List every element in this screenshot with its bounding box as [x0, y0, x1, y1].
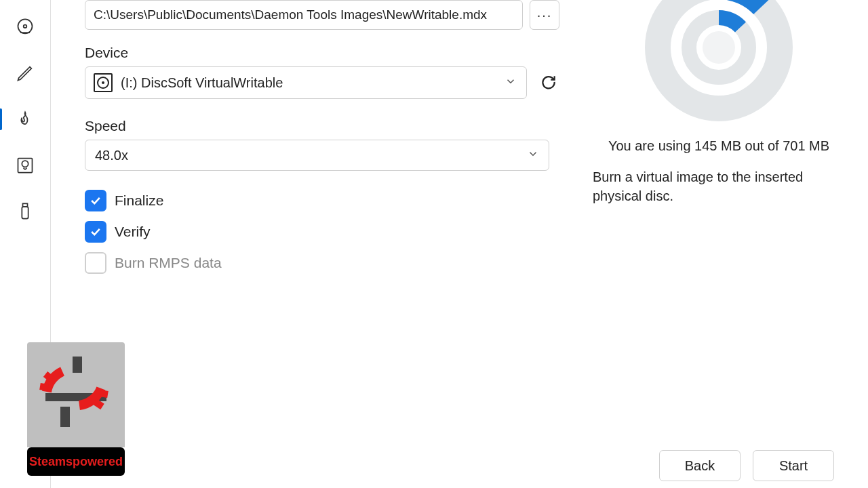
chevron-down-icon [505, 75, 517, 90]
verify-checkbox-row[interactable]: Verify [85, 221, 559, 243]
logo-badge: Steamspowered [27, 342, 125, 476]
rmps-label: Burn RMPS data [115, 255, 222, 271]
speed-label: Speed [85, 118, 559, 134]
main-panel: ... Device (I:) DiscSoft VirtualWritable… [85, 0, 559, 488]
image-path-input[interactable] [85, 0, 523, 30]
rmps-checkbox-row[interactable]: Burn RMPS data [85, 252, 559, 274]
browse-button[interactable]: ... [530, 0, 559, 30]
back-button[interactable]: Back [659, 450, 741, 481]
refresh-button[interactable] [538, 72, 559, 94]
usage-description: Burn a virtual image to the inserted phy… [590, 167, 848, 205]
verify-checkbox[interactable] [85, 221, 106, 243]
footer-buttons: Back Start [659, 450, 834, 481]
sidebar-burn-icon[interactable] [12, 106, 39, 133]
svg-point-8 [703, 31, 735, 64]
sidebar-image-icon[interactable] [12, 152, 39, 179]
svg-rect-5 [23, 203, 28, 207]
svg-rect-9 [73, 357, 82, 373]
speed-select[interactable]: 48.0x [85, 140, 549, 171]
start-button[interactable]: Start [753, 450, 834, 481]
rmps-checkbox[interactable] [85, 252, 106, 274]
usage-donut [590, 0, 848, 122]
finalize-label: Finalize [115, 192, 163, 209]
logo-label: Steamspowered [27, 447, 125, 476]
right-panel: You are using 145 MB out of 701 MB Burn … [590, 0, 848, 205]
sidebar-edit-icon[interactable] [12, 60, 39, 87]
usage-text: You are using 145 MB out of 701 MB [590, 138, 848, 154]
logo-gear-icon [27, 342, 125, 447]
sidebar-drive-icon[interactable] [12, 14, 39, 41]
device-label: Device [85, 45, 559, 61]
finalize-checkbox-row[interactable]: Finalize [85, 190, 559, 211]
sidebar-usb-icon[interactable] [12, 198, 39, 225]
svg-rect-11 [60, 407, 70, 427]
svg-point-0 [18, 19, 33, 33]
svg-rect-4 [22, 207, 28, 219]
speed-selected-text: 48.0x [95, 148, 128, 163]
svg-point-1 [24, 25, 27, 28]
finalize-checkbox[interactable] [85, 190, 106, 211]
chevron-down-icon [527, 148, 539, 163]
device-select[interactable]: (I:) DiscSoft VirtualWritable [85, 66, 527, 99]
svg-point-3 [22, 161, 28, 167]
verify-label: Verify [115, 224, 151, 240]
device-selected-text: (I:) DiscSoft VirtualWritable [121, 75, 283, 91]
disc-icon [94, 73, 113, 92]
